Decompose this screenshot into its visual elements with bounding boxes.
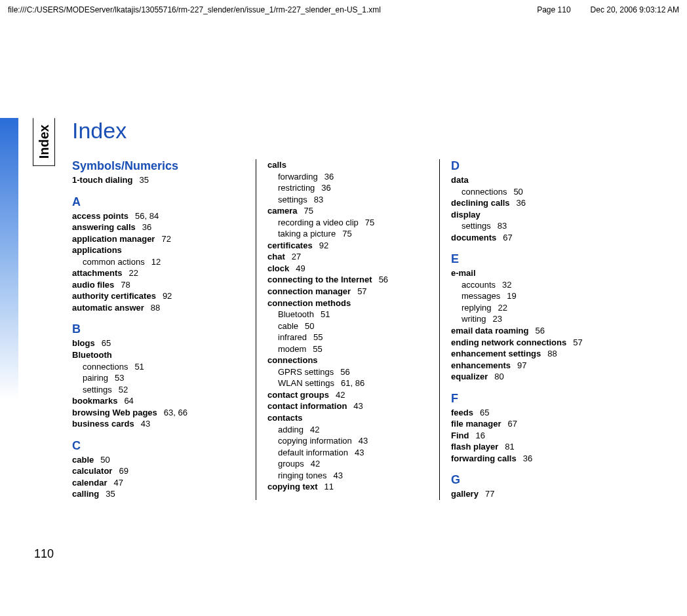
index-letter: Symbols/Numerics (72, 159, 244, 173)
index-subentry: cable50 (278, 320, 427, 332)
browser-header: file:///C:/USERS/MODEServer/lkatajis/130… (0, 0, 687, 20)
index-entry: calendar47 (72, 477, 244, 489)
index-entry: declining calls36 (451, 197, 624, 209)
index-subentry: GPRS settings56 (278, 366, 427, 378)
index-letter: D (451, 159, 624, 173)
index-entry: application manager72 (72, 233, 244, 245)
index-entry: connection manager57 (267, 286, 427, 298)
index-subentry: recording a video clip75 (278, 217, 427, 229)
index-letter: C (72, 439, 244, 453)
datetime: Dec 20, 2006 9:03:12 AM (591, 5, 679, 14)
side-tab: Index (33, 118, 55, 166)
index-entry: clock49 (267, 263, 427, 275)
index-entry: authority certificates92 (72, 290, 244, 302)
index-subentry: accounts32 (461, 279, 624, 291)
index-entry: equalizer80 (451, 371, 624, 383)
index-entry: Find16 (451, 430, 624, 442)
index-entry: 1-touch dialing35 (72, 174, 244, 186)
index-entry: browsing Web pages63, 66 (72, 407, 244, 419)
index-entry: calculator69 (72, 465, 244, 477)
index-subentry: groups42 (278, 458, 427, 470)
index-entry: answering calls36 (72, 221, 244, 233)
index-subentry: WLAN settings61, 86 (278, 377, 427, 389)
page-number: 110 (34, 547, 54, 561)
index-entry: Bluetooth (72, 349, 244, 361)
index-entry: email data roaming56 (451, 325, 624, 337)
index-entry: calling35 (72, 488, 244, 500)
index-entry: documents67 (451, 232, 624, 244)
index-entry: applications (72, 244, 244, 256)
index-subentry: ringing tones43 (278, 470, 427, 482)
index-col-3: Ddataconnections50declining calls36displ… (439, 159, 636, 500)
file-path: file:///C:/USERS/MODEServer/lkatajis/130… (8, 5, 381, 14)
index-entry: contact groups42 (267, 389, 427, 401)
page-title: Index (72, 118, 680, 144)
index-subentry: Bluetooth51 (278, 309, 427, 320)
index-letter: E (451, 252, 624, 266)
index-entry: connecting to the Internet56 (267, 274, 427, 286)
index-subentry: restricting36 (278, 182, 427, 194)
index-entry: connection methods (267, 298, 427, 309)
index-entry: cable50 (72, 454, 244, 466)
index-letter: B (72, 322, 244, 336)
index-entry: connections (267, 355, 427, 366)
index-entry: audio files78 (72, 279, 244, 291)
index-entry: camera75 (267, 205, 427, 217)
index-entry: access points56, 84 (72, 210, 244, 222)
index-entry: forwarding calls36 (451, 453, 624, 465)
index-subentry: modem55 (278, 343, 427, 355)
index-subentry: connections51 (83, 361, 244, 373)
index-entry: file manager67 (451, 418, 624, 430)
index-subentry: forwarding36 (278, 171, 427, 183)
index-entry: display (451, 209, 624, 221)
index-entry: enhancement settings88 (451, 348, 624, 360)
index-entry: certificates92 (267, 240, 427, 252)
index-entry: gallery77 (451, 488, 624, 500)
index-subentry: writing23 (461, 313, 624, 325)
page-indicator: Page 110 (537, 5, 570, 14)
index-subentry: settings83 (461, 220, 624, 232)
index-entry: business cards43 (72, 418, 244, 430)
index-columns: Symbols/Numerics1-touch dialing35Aaccess… (72, 159, 680, 500)
index-entry: ending network connections57 (451, 337, 624, 349)
main-body: Index Symbols/Numerics1-touch dialing35A… (72, 118, 680, 500)
index-subentry: adding42 (278, 424, 427, 436)
index-entry: enhancements97 (451, 360, 624, 372)
index-letter: F (451, 392, 624, 406)
index-entry: contact information43 (267, 400, 427, 412)
index-subentry: taking a picture75 (278, 228, 427, 240)
index-entry: bookmarks64 (72, 395, 244, 407)
index-entry: data (451, 174, 624, 186)
index-entry: contacts (267, 412, 427, 424)
index-subentry: common actions12 (83, 256, 244, 268)
index-entry: feeds65 (451, 407, 624, 419)
index-subentry: copying information43 (278, 435, 427, 447)
index-subentry: pairing53 (83, 372, 244, 384)
index-entry: blogs65 (72, 337, 244, 349)
index-entry: flash player81 (451, 441, 624, 453)
index-subentry: default information43 (278, 447, 427, 459)
side-gradient (0, 118, 18, 400)
index-subentry: replying22 (461, 302, 624, 314)
index-letter: A (72, 195, 244, 209)
index-subentry: connections50 (461, 186, 624, 198)
index-entry: chat27 (267, 251, 427, 263)
index-entry: attachments22 (72, 267, 244, 279)
index-entry: automatic answer88 (72, 302, 244, 314)
index-subentry: settings83 (278, 194, 427, 206)
index-subentry: settings52 (83, 384, 244, 396)
index-subentry: infrared55 (278, 332, 427, 343)
index-entry: e-mail (451, 267, 624, 279)
index-subentry: messages19 (461, 290, 624, 302)
index-col-2: callsforwarding36restricting36settings83… (256, 159, 439, 500)
index-letter: G (451, 473, 624, 487)
index-entry: calls (267, 159, 427, 171)
index-col-1: Symbols/Numerics1-touch dialing35Aaccess… (72, 159, 256, 500)
index-entry: copying text11 (267, 481, 427, 493)
